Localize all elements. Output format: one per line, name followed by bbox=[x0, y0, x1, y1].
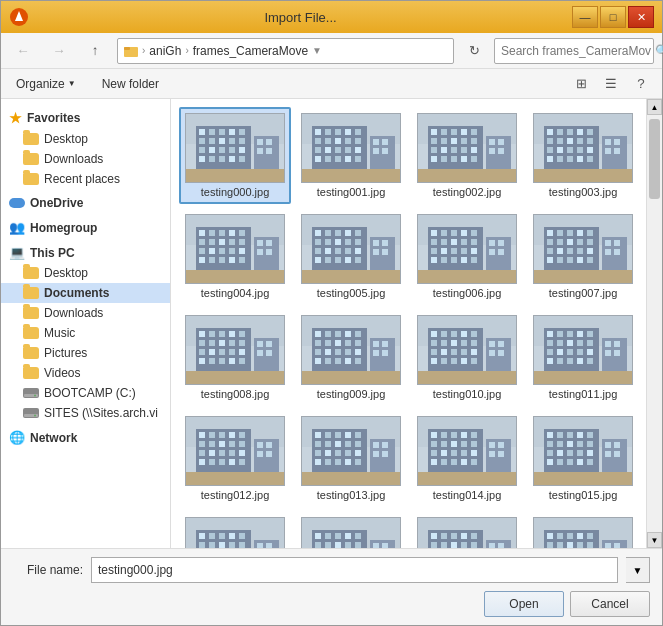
sidebar-item-bootcamp[interactable]: BOOTCAMP (C:) bbox=[1, 383, 170, 403]
svg-rect-471 bbox=[614, 442, 620, 448]
file-item[interactable]: testing000.jpg bbox=[179, 107, 291, 204]
file-item[interactable]: testing006.jpg bbox=[411, 208, 523, 305]
file-item[interactable]: testing007.jpg bbox=[527, 208, 639, 305]
file-item[interactable]: testing001.jpg bbox=[295, 107, 407, 204]
svg-rect-384 bbox=[266, 442, 272, 448]
scrollbar-thumb[interactable] bbox=[649, 119, 660, 199]
open-button[interactable]: Open bbox=[484, 591, 564, 617]
help-button[interactable]: ? bbox=[628, 73, 654, 95]
sidebar-item-downloads-fav[interactable]: Downloads bbox=[1, 149, 170, 169]
refresh-button[interactable]: ↻ bbox=[462, 39, 486, 63]
svg-rect-247 bbox=[199, 331, 205, 337]
svg-rect-281 bbox=[315, 340, 321, 346]
path-bar: › aniGh › frames_CameraMove ▼ bbox=[117, 38, 454, 64]
filename-dropdown-button[interactable]: ▼ bbox=[626, 557, 650, 583]
sidebar-item-pictures[interactable]: Pictures bbox=[1, 343, 170, 363]
file-item[interactable]: testing004.jpg bbox=[179, 208, 291, 305]
onedrive-header[interactable]: OneDrive bbox=[1, 193, 170, 213]
sidebar-item-documents[interactable]: Documents bbox=[1, 283, 170, 303]
file-item[interactable]: testing003.jpg bbox=[527, 107, 639, 204]
new-folder-button[interactable]: New folder bbox=[95, 74, 166, 94]
scroll-up-button[interactable]: ▲ bbox=[647, 99, 662, 115]
file-item[interactable]: testing010.jpg bbox=[411, 309, 523, 406]
this-pc-header[interactable]: 💻 This PC bbox=[1, 242, 170, 263]
maximize-button[interactable]: □ bbox=[600, 6, 626, 28]
forward-button[interactable]: → bbox=[45, 39, 73, 63]
svg-rect-572 bbox=[557, 542, 563, 548]
svg-rect-568 bbox=[567, 533, 573, 539]
file-item[interactable]: testing012.jpg bbox=[179, 410, 291, 507]
svg-rect-338 bbox=[587, 331, 593, 337]
svg-rect-87 bbox=[471, 147, 477, 153]
svg-rect-54 bbox=[315, 147, 321, 153]
homegroup-header[interactable]: 👥 Homegroup bbox=[1, 217, 170, 238]
scrollbar[interactable]: ▲ ▼ bbox=[646, 99, 662, 548]
svg-rect-458 bbox=[577, 441, 583, 447]
svg-rect-61 bbox=[335, 156, 341, 162]
svg-rect-211 bbox=[489, 249, 495, 255]
svg-rect-249 bbox=[219, 331, 225, 337]
svg-rect-94 bbox=[498, 139, 504, 145]
cancel-button[interactable]: Cancel bbox=[570, 591, 650, 617]
svg-rect-460 bbox=[547, 450, 553, 456]
svg-rect-209 bbox=[489, 240, 495, 246]
file-item[interactable]: testing002.jpg bbox=[411, 107, 523, 204]
svg-rect-79 bbox=[441, 138, 447, 144]
sidebar-item-recent-places[interactable]: Recent places bbox=[1, 169, 170, 189]
file-item[interactable]: testing016.jpg bbox=[179, 511, 291, 548]
svg-rect-316 bbox=[441, 349, 447, 355]
minimize-button[interactable]: — bbox=[572, 6, 598, 28]
thumbnail-view-button[interactable]: ⊞ bbox=[568, 73, 594, 95]
svg-rect-324 bbox=[471, 358, 477, 364]
svg-rect-383 bbox=[257, 442, 263, 448]
file-item[interactable]: testing005.jpg bbox=[295, 208, 407, 305]
scrollbar-track[interactable] bbox=[647, 115, 662, 532]
up-button[interactable]: ↑ bbox=[81, 39, 109, 63]
svg-rect-268 bbox=[266, 341, 272, 347]
svg-rect-364 bbox=[209, 432, 215, 438]
svg-rect-483 bbox=[239, 533, 245, 539]
sidebar-item-videos[interactable]: Videos bbox=[1, 363, 170, 383]
svg-rect-379 bbox=[209, 459, 215, 465]
file-item[interactable]: testing009.jpg bbox=[295, 309, 407, 406]
svg-rect-165 bbox=[315, 239, 321, 245]
svg-rect-52 bbox=[345, 138, 351, 144]
sidebar-item-sites-drive[interactable]: SITES (\\Sites.arch.vi bbox=[1, 403, 170, 423]
scroll-down-button[interactable]: ▼ bbox=[647, 532, 662, 548]
svg-rect-175 bbox=[315, 257, 321, 263]
favorites-header[interactable]: ★ Favorites bbox=[1, 107, 170, 129]
sidebar-item-desktop-fav[interactable]: Desktop bbox=[1, 129, 170, 149]
file-item[interactable]: testing011.jpg bbox=[527, 309, 639, 406]
organize-button[interactable]: Organize ▼ bbox=[9, 74, 83, 94]
svg-rect-154 bbox=[266, 249, 272, 255]
svg-rect-222 bbox=[587, 230, 593, 236]
file-item[interactable]: testing019.jpg bbox=[527, 511, 639, 548]
file-item[interactable]: testing014.jpg bbox=[411, 410, 523, 507]
svg-rect-251 bbox=[239, 331, 245, 337]
svg-rect-132 bbox=[209, 230, 215, 236]
file-thumbnail bbox=[301, 315, 401, 385]
details-view-button[interactable]: ☰ bbox=[598, 73, 624, 95]
network-header[interactable]: 🌐 Network bbox=[1, 427, 170, 448]
close-button[interactable]: ✕ bbox=[628, 6, 654, 28]
file-item[interactable]: testing017.jpg bbox=[295, 511, 407, 548]
sidebar-item-music[interactable]: Music bbox=[1, 323, 170, 343]
file-item[interactable]: testing018.jpg bbox=[411, 511, 523, 548]
svg-rect-486 bbox=[219, 542, 225, 548]
svg-rect-75 bbox=[451, 129, 457, 135]
file-item[interactable]: testing015.jpg bbox=[527, 410, 639, 507]
svg-rect-46 bbox=[335, 129, 341, 135]
svg-rect-232 bbox=[587, 248, 593, 254]
back-button[interactable]: ← bbox=[9, 39, 37, 63]
svg-rect-63 bbox=[355, 156, 361, 162]
sidebar-item-downloads-pc[interactable]: Downloads bbox=[1, 303, 170, 323]
sidebar-item-desktop-pc[interactable]: Desktop bbox=[1, 263, 170, 283]
search-input[interactable] bbox=[501, 44, 651, 58]
file-item[interactable]: testing013.jpg bbox=[295, 410, 407, 507]
svg-rect-173 bbox=[345, 248, 351, 254]
svg-rect-168 bbox=[345, 239, 351, 245]
file-item[interactable]: testing008.jpg bbox=[179, 309, 291, 406]
favorites-section: ★ Favorites Desktop Downloads Recent pla… bbox=[1, 107, 170, 189]
search-bar[interactable]: 🔍 bbox=[494, 38, 654, 64]
filename-input[interactable] bbox=[91, 557, 618, 583]
